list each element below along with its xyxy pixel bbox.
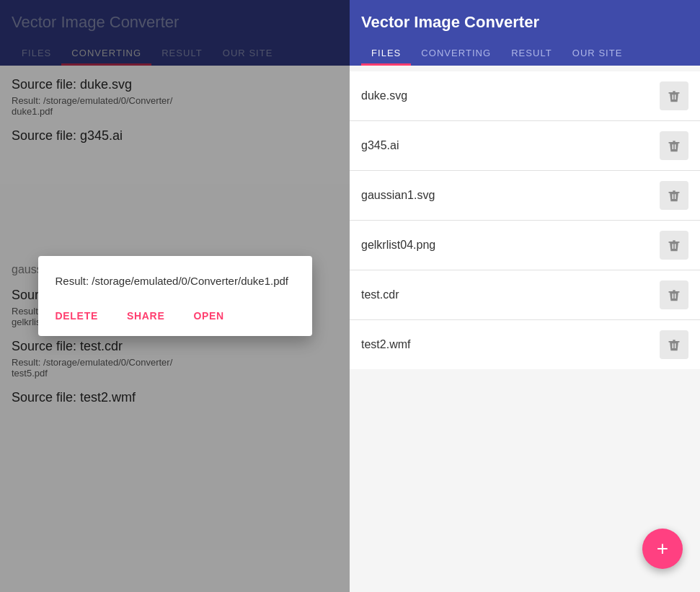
file-row-test-cdr: test.cdr	[350, 270, 700, 320]
trash-button-duke[interactable]	[660, 81, 688, 110]
right-tab-converting[interactable]: CONVERTING	[411, 40, 501, 66]
file-name-duke: duke.svg	[361, 89, 407, 102]
right-file-list: duke.svg g345.ai gaussian1.svg	[350, 66, 700, 592]
trash-button-gelkrlist04[interactable]	[660, 231, 688, 260]
file-name-g345: g345.ai	[361, 139, 399, 152]
file-row-gaussian1: gaussian1.svg	[350, 171, 700, 221]
right-tabs: FILES CONVERTING RESULT OUR SITE	[361, 40, 688, 66]
trash-button-g345[interactable]	[660, 131, 688, 160]
file-name-test-cdr: test.cdr	[361, 288, 399, 301]
right-title: Vector Image Converter	[361, 13, 688, 32]
right-tab-files[interactable]: FILES	[361, 40, 411, 66]
file-name-gelkrlist04: gelkrlist04.png	[361, 239, 435, 252]
right-tab-result[interactable]: RESULT	[501, 40, 562, 66]
file-row-gelkrlist04: gelkrlist04.png	[350, 221, 700, 270]
file-name-test2-wmf: test2.wmf	[361, 338, 410, 351]
right-panel: Vector Image Converter FILES CONVERTING …	[350, 0, 700, 592]
dialog-actions: DELETE SHARE OPEN	[56, 307, 295, 324]
right-header: Vector Image Converter FILES CONVERTING …	[350, 0, 700, 66]
dialog-share-button[interactable]: SHARE	[127, 307, 165, 324]
right-tab-oursite[interactable]: OUR SITE	[562, 40, 633, 66]
file-name-gaussian1: gaussian1.svg	[361, 189, 435, 202]
trash-icon	[667, 138, 681, 153]
trash-icon	[667, 238, 681, 252]
dialog-delete-button[interactable]: DELETE	[56, 307, 98, 324]
trash-button-test2-wmf[interactable]	[660, 330, 688, 359]
file-row-g345: g345.ai	[350, 121, 700, 171]
fab-plus-icon: +	[657, 539, 668, 559]
trash-icon	[667, 188, 681, 203]
trash-icon	[667, 288, 681, 302]
left-panel: Vector Image Converter FILES CONVERTING …	[0, 0, 350, 592]
dialog-open-button[interactable]: OPEN	[193, 307, 223, 324]
file-row-test2-wmf: test2.wmf	[350, 320, 700, 369]
trash-button-test-cdr[interactable]	[660, 280, 688, 309]
trash-icon	[667, 337, 681, 352]
dialog-text: Result: /storage/emulated/0/Converter/du…	[56, 273, 295, 290]
dialog-overlay: Result: /storage/emulated/0/Converter/du…	[0, 0, 350, 592]
trash-button-gaussian1[interactable]	[660, 181, 688, 210]
add-file-fab[interactable]: +	[642, 529, 683, 569]
trash-icon	[667, 89, 681, 103]
file-row-duke: duke.svg	[350, 71, 700, 121]
dialog-box: Result: /storage/emulated/0/Converter/du…	[38, 256, 312, 336]
